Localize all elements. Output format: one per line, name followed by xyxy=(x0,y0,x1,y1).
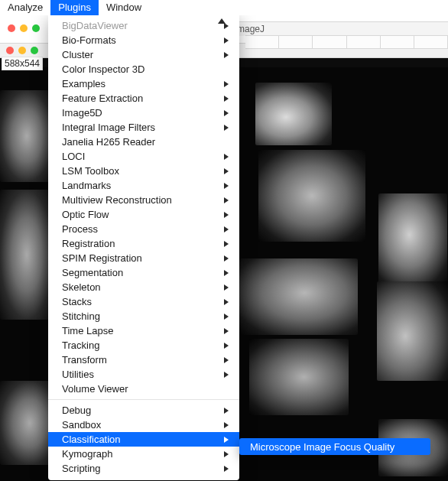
menu-item-label: Examples xyxy=(62,78,106,89)
menu-item-sandbox[interactable]: Sandbox xyxy=(48,418,239,432)
minimize-icon[interactable] xyxy=(20,24,28,32)
menu-item-stacks[interactable]: Stacks xyxy=(48,294,239,309)
menu-item-label: Classification xyxy=(62,434,121,445)
menu-item-image5d[interactable]: Image5D xyxy=(48,106,239,120)
menu-item-label: Sandbox xyxy=(62,419,101,431)
menu-item-kymograph[interactable]: Kymograph xyxy=(48,447,239,461)
menu-item-label: Scripting xyxy=(62,463,101,474)
menu-item-label: LOCI xyxy=(62,151,85,162)
submenu-indicator-icon xyxy=(224,96,229,102)
menu-item-label: Utilities xyxy=(62,369,94,380)
cell-tile xyxy=(258,150,365,242)
menu-item-volume-viewer[interactable]: Volume Viewer xyxy=(48,382,239,396)
menu-item-process[interactable]: Process xyxy=(48,222,239,236)
menu-item-color-inspector-3d[interactable]: Color Inspector 3D xyxy=(48,62,239,76)
submenu-indicator-icon xyxy=(224,37,229,44)
submenu-indicator-icon xyxy=(224,284,229,291)
submenu-indicator-icon xyxy=(224,357,229,363)
close-icon[interactable] xyxy=(8,24,15,32)
menu-item-label: Landmarks xyxy=(62,180,111,191)
menu-item-label: Stacks xyxy=(62,296,92,307)
menu-item-label: Feature Extraction xyxy=(62,93,143,104)
toolbar-cell[interactable] xyxy=(279,36,313,48)
toolbar-cell[interactable] xyxy=(347,36,381,48)
menu-item-lsm-toolbox[interactable]: LSM Toolbox xyxy=(48,164,239,178)
menu-item-examples[interactable]: Examples xyxy=(48,76,239,91)
submenu-item-microscope-image-focus-quality[interactable]: Microscope Image Focus Quality xyxy=(239,441,405,453)
submenu-indicator-icon xyxy=(224,451,229,457)
menu-item-segmentation[interactable]: Segmentation xyxy=(48,265,239,280)
menu-item-optic-flow[interactable]: Optic Flow xyxy=(48,207,239,222)
menu-item-label: Cluster xyxy=(62,49,93,60)
menu-plugins[interactable]: Plugins xyxy=(50,0,99,15)
submenu-indicator-icon xyxy=(224,23,229,29)
menu-item-transform[interactable]: Transform xyxy=(48,353,239,367)
submenu-indicator-icon xyxy=(224,372,229,378)
menu-item-label: Optic Flow xyxy=(62,209,109,220)
menu-separator xyxy=(48,399,239,400)
menu-item-feature-extraction[interactable]: Feature Extraction xyxy=(48,91,239,106)
menu-item-skeleton[interactable]: Skeleton xyxy=(48,280,239,294)
menu-item-debug[interactable]: Debug xyxy=(48,403,239,418)
submenu-indicator-icon xyxy=(224,343,229,349)
toolbar-cell[interactable] xyxy=(381,36,414,48)
menu-item-landmarks[interactable]: Landmarks xyxy=(48,178,239,193)
cell-tile xyxy=(377,281,448,381)
menu-item-utilities[interactable]: Utilities xyxy=(48,367,239,382)
minimize-icon[interactable] xyxy=(18,47,26,54)
toolbar-cell[interactable] xyxy=(414,36,448,48)
menu-item-label: Janelia H265 Reader xyxy=(62,136,155,148)
menu-item-label: Color Inspector 3D xyxy=(62,63,144,75)
menu-item-cluster[interactable]: Cluster xyxy=(48,47,239,62)
submenu-indicator-icon xyxy=(224,255,229,262)
menu-item-spim-registration[interactable]: SPIM Registration xyxy=(48,251,239,265)
menu-item-scripting[interactable]: Scripting xyxy=(48,461,239,476)
secondary-window-controls xyxy=(2,21,40,35)
submenu-indicator-icon xyxy=(224,437,229,443)
submenu-indicator-icon xyxy=(224,212,229,218)
toolbar-cell[interactable] xyxy=(313,36,346,48)
zoom-icon[interactable] xyxy=(32,24,40,32)
menu-item-integral-image-filters[interactable]: Integral Image Filters xyxy=(48,120,239,135)
plugins-dropdown: BigDataViewer Bio-Formats Cluster Color … xyxy=(48,15,239,480)
menu-item-janelia-h265-reader[interactable]: Janelia H265 Reader xyxy=(48,135,239,149)
cell-tile xyxy=(239,258,358,335)
menu-item-time-lapse[interactable]: Time Lapse xyxy=(48,323,239,338)
menu-item-label: Time Lapse xyxy=(62,325,113,336)
submenu-indicator-icon xyxy=(224,110,229,116)
menu-item-label: Multiview Reconstruction xyxy=(62,194,172,206)
menu-item-stitching[interactable]: Stitching xyxy=(48,309,239,323)
submenu-indicator-icon xyxy=(224,168,229,174)
menubar: Analyze Plugins Window xyxy=(0,0,448,15)
cell-tile xyxy=(378,193,447,285)
submenu-indicator-icon xyxy=(224,183,229,189)
close-icon[interactable] xyxy=(6,47,14,54)
menu-item-label: Stitching xyxy=(62,310,100,322)
menu-item-label: Integral Image Filters xyxy=(62,122,155,133)
cell-tile xyxy=(255,83,332,145)
menu-item-multiview-reconstruction[interactable]: Multiview Reconstruction xyxy=(48,193,239,207)
submenu-indicator-icon xyxy=(224,125,229,131)
menu-item-label: Image5D xyxy=(62,107,102,119)
submenu-indicator-icon xyxy=(224,241,229,247)
menu-item-label: Skeleton xyxy=(62,281,101,293)
toolbar-cell[interactable] xyxy=(245,36,279,48)
menu-item-tracking[interactable]: Tracking xyxy=(48,338,239,353)
menu-item-loci[interactable]: LOCI xyxy=(48,149,239,164)
menu-analyze[interactable]: Analyze xyxy=(0,0,50,15)
submenu-indicator-icon xyxy=(224,270,229,276)
menu-window[interactable]: Window xyxy=(99,0,149,15)
cell-tile xyxy=(0,90,54,182)
menu-item-label: Transform xyxy=(62,354,107,366)
menu-item-label: Registration xyxy=(62,238,115,249)
menu-item-classification[interactable]: Classification xyxy=(48,432,239,447)
menu-item-truncated[interactable]: BigDataViewer xyxy=(48,18,239,33)
submenu-indicator-icon xyxy=(224,299,229,305)
menu-item-label: LSM Toolbox xyxy=(62,165,119,177)
menu-item-bio-formats[interactable]: Bio-Formats xyxy=(48,33,239,47)
submenu-indicator-icon xyxy=(224,466,229,472)
menu-item-label: Segmentation xyxy=(62,267,123,278)
menu-item-registration[interactable]: Registration xyxy=(48,236,239,251)
zoom-icon[interactable] xyxy=(31,47,38,54)
submenu-indicator-icon xyxy=(224,422,229,428)
